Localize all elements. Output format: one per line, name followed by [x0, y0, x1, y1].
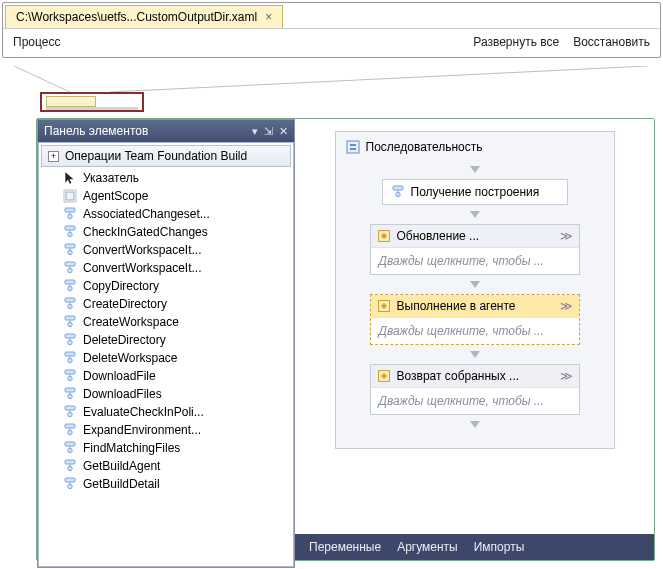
- svg-rect-50: [347, 141, 359, 153]
- svg-point-24: [68, 340, 72, 344]
- toolbox-item[interactable]: CreateWorkspace: [39, 313, 293, 331]
- toolbox-item[interactable]: ExpandEnvironment...: [39, 421, 293, 439]
- toolbox-item[interactable]: CopyDirectory: [39, 277, 293, 295]
- activity-card[interactable]: Обновление ...≫Дважды щелкните, чтобы ..…: [370, 224, 580, 275]
- svg-point-27: [68, 358, 72, 362]
- svg-rect-2: [65, 208, 75, 212]
- svg-rect-53: [393, 186, 403, 190]
- activity-hint: Дважды щелкните, чтобы ...: [371, 387, 579, 414]
- svg-point-36: [68, 412, 72, 416]
- toolbox-category[interactable]: + Операции Team Foundation Build: [41, 145, 291, 167]
- flow-arrow-icon: [470, 281, 480, 288]
- toolbox-item-label: EvaluateCheckInPoli...: [83, 405, 204, 419]
- sequence-icon: [346, 140, 360, 154]
- svg-rect-8: [65, 244, 75, 248]
- tab-imports[interactable]: Импорты: [474, 540, 525, 554]
- svg-point-48: [68, 484, 72, 488]
- activity-icon: [63, 477, 77, 491]
- breadcrumb-process[interactable]: Процесс: [13, 35, 60, 49]
- toolbox-item[interactable]: GetBuildDetail: [39, 475, 293, 493]
- expand-chevrons-icon[interactable]: ≫: [560, 299, 573, 313]
- toolbox-category-label: Операции Team Foundation Build: [65, 149, 247, 163]
- activity-card[interactable]: Получение построения: [382, 179, 568, 205]
- svg-rect-47: [65, 478, 75, 482]
- activity-icon: [63, 441, 77, 455]
- toolbox-item[interactable]: AgentScope: [39, 187, 293, 205]
- toolbox-item[interactable]: DeleteDirectory: [39, 331, 293, 349]
- pin-icon[interactable]: ⇲: [264, 125, 273, 138]
- svg-point-6: [68, 232, 72, 236]
- activity-card[interactable]: Выполнение в агенте≫Дважды щелкните, что…: [370, 294, 580, 345]
- expand-chevrons-icon[interactable]: ≫: [560, 369, 573, 383]
- activity-hint: Дважды щелкните, чтобы ...: [371, 247, 579, 274]
- toolbox-item[interactable]: AssociatedChangeset...: [39, 205, 293, 223]
- flow-arrow-icon: [470, 211, 480, 218]
- activity-card[interactable]: Возврат собранных ...≫Дважды щелкните, ч…: [370, 364, 580, 415]
- sequence-container[interactable]: Последовательность Получение построенияО…: [335, 131, 615, 449]
- svg-point-39: [68, 430, 72, 434]
- activity-icon: [63, 225, 77, 239]
- svg-point-45: [68, 466, 72, 470]
- activity-icon: [377, 229, 391, 243]
- activity-icon: [63, 243, 77, 257]
- flow-arrow-icon: [470, 351, 480, 358]
- toolbox-item[interactable]: Указатель: [39, 169, 293, 187]
- activity-icon: [63, 297, 77, 311]
- toolbox-item[interactable]: CheckInGatedChanges: [39, 223, 293, 241]
- toolbox-panel: Панель элементов ▾ ⇲ ✕ + Операции Team F…: [37, 119, 295, 568]
- flow-arrow-icon: [470, 166, 480, 173]
- toolbox-item[interactable]: CreateDirectory: [39, 295, 293, 313]
- svg-rect-23: [65, 334, 75, 338]
- toolbar: Процесс Развернуть все Восстановить: [3, 28, 660, 57]
- svg-rect-32: [65, 388, 75, 392]
- activity-icon: [63, 207, 77, 221]
- toolbox-item-label: ConvertWorkspaceIt...: [83, 243, 202, 257]
- toolbox-item[interactable]: DownloadFile: [39, 367, 293, 385]
- toolbox-item-label: CheckInGatedChanges: [83, 225, 208, 239]
- toolbox-item[interactable]: DeleteWorkspace: [39, 349, 293, 367]
- sequence-title: Последовательность: [366, 140, 483, 154]
- toolbox-item-label: DownloadFiles: [83, 387, 162, 401]
- tab-variables[interactable]: Переменные: [309, 540, 381, 554]
- activity-icon: [63, 261, 77, 275]
- svg-rect-1: [66, 192, 74, 200]
- svg-rect-26: [65, 352, 75, 356]
- svg-point-15: [68, 286, 72, 290]
- svg-rect-14: [65, 280, 75, 284]
- svg-rect-52: [350, 148, 356, 150]
- activity-icon: [63, 333, 77, 347]
- activity-icon: [63, 315, 77, 329]
- tab-arguments[interactable]: Аргументы: [397, 540, 458, 554]
- toolbox-item[interactable]: EvaluateCheckInPoli...: [39, 403, 293, 421]
- toolbox-item[interactable]: ConvertWorkspaceIt...: [39, 241, 293, 259]
- activity-icon: [63, 459, 77, 473]
- toolbox-item[interactable]: ConvertWorkspaceIt...: [39, 259, 293, 277]
- svg-point-18: [68, 304, 72, 308]
- svg-rect-44: [65, 460, 75, 464]
- designer-canvas[interactable]: Последовательность Получение построенияО…: [295, 119, 654, 534]
- svg-point-21: [68, 322, 72, 326]
- close-panel-icon[interactable]: ✕: [279, 125, 288, 138]
- expand-icon[interactable]: +: [48, 151, 59, 162]
- activity-icon: [377, 369, 391, 383]
- activity-hint: Дважды щелкните, чтобы ...: [371, 317, 579, 344]
- expand-all-link[interactable]: Развернуть все: [473, 35, 559, 49]
- toolbox-item[interactable]: FindMatchingFiles: [39, 439, 293, 457]
- toolbox-item[interactable]: GetBuildAgent: [39, 457, 293, 475]
- toolbox-item[interactable]: DownloadFiles: [39, 385, 293, 403]
- dropdown-icon[interactable]: ▾: [252, 125, 258, 138]
- activity-icon: [377, 299, 391, 313]
- svg-point-54: [395, 192, 399, 196]
- activity-title: Выполнение в агенте: [397, 299, 516, 313]
- close-icon[interactable]: ×: [265, 10, 272, 24]
- file-tab[interactable]: C:\Workspaces\uetfs...CustomOutputDir.xa…: [5, 5, 283, 28]
- toolbox-item-label: AgentScope: [83, 189, 148, 203]
- toolbox-item-label: DeleteWorkspace: [83, 351, 178, 365]
- restore-link[interactable]: Восстановить: [573, 35, 650, 49]
- bottom-tab-strip: Переменные Аргументы Импорты: [295, 534, 654, 560]
- activity-title: Обновление ...: [397, 229, 480, 243]
- activity-icon: [63, 387, 77, 401]
- expand-chevrons-icon[interactable]: ≫: [560, 229, 573, 243]
- activity-icon: [391, 185, 405, 199]
- toolbox-header: Панель элементов ▾ ⇲ ✕: [38, 120, 294, 142]
